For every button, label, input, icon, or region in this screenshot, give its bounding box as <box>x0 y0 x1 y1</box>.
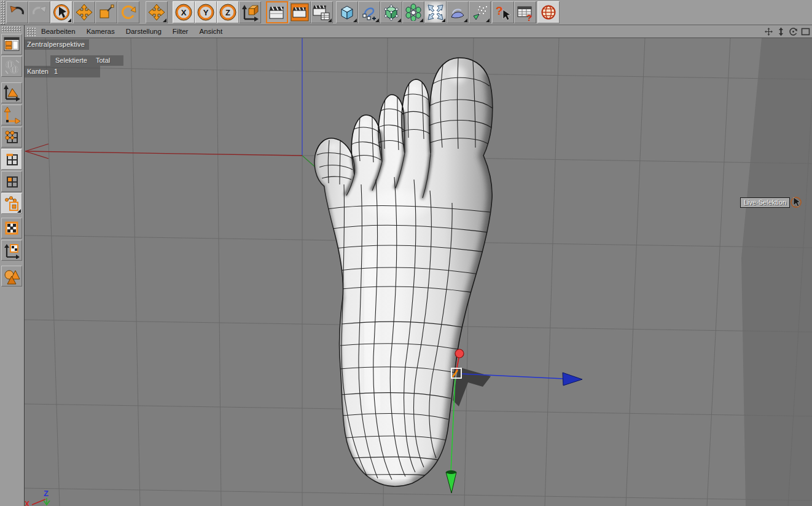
lock-x-button[interactable]: X <box>173 1 195 23</box>
toolbar-drag-handle[interactable] <box>0 0 6 25</box>
flyout-corner <box>328 18 332 22</box>
axis-hud-x-label: X <box>25 500 29 506</box>
y-axis-icon: Y <box>197 3 215 22</box>
flyout-corner <box>163 18 166 22</box>
viewport-menubar: Bearbeiten Kameras Darstellung Filter An… <box>25 25 812 38</box>
edge-mode-icon <box>3 151 20 168</box>
polygon-mode-button[interactable] <box>1 171 22 192</box>
mode-sidebar <box>0 25 25 506</box>
add-environment-button[interactable] <box>447 1 469 23</box>
undo-button[interactable] <box>6 1 28 23</box>
svg-text:?: ? <box>526 12 532 22</box>
menu-darstellung[interactable]: Darstellung <box>126 28 162 35</box>
selection-info-header-selektierte: Selektierte <box>55 57 87 64</box>
live-selection-button[interactable] <box>50 1 72 23</box>
viewport-pan-icon[interactable] <box>764 27 773 36</box>
svg-text:?: ? <box>496 4 503 17</box>
tooltip-label: Live-Selektion <box>740 197 790 208</box>
add-deformer-button[interactable] <box>424 1 447 23</box>
flyout-corner <box>486 18 490 22</box>
texture-mode-button[interactable] <box>1 218 22 239</box>
selection-info-row-value: 1 <box>54 68 58 75</box>
viewport-rotate-icon[interactable] <box>789 27 798 36</box>
undo-icon <box>9 4 26 21</box>
point-mode-button[interactable] <box>1 127 22 148</box>
move-tool-button[interactable] <box>73 1 95 23</box>
redo-icon <box>31 4 48 21</box>
svg-text:Z: Z <box>225 8 230 17</box>
render-settings-button[interactable] <box>311 1 333 23</box>
viewport-zoom-icon[interactable] <box>776 27 786 36</box>
globe-icon <box>539 3 558 22</box>
flyout-corner <box>68 18 71 22</box>
add-generator-button[interactable] <box>380 1 402 23</box>
menu-kameras[interactable]: Kameras <box>87 28 115 35</box>
menu-filter[interactable]: Filter <box>173 28 189 35</box>
edge-mode-button[interactable] <box>1 149 22 170</box>
selection-info-row: Kanten 1 <box>25 66 100 77</box>
render-view-button[interactable] <box>266 1 288 23</box>
flyout-corner <box>375 18 379 22</box>
3d-scene: Z X <box>25 38 812 506</box>
coordinate-system-button[interactable] <box>239 1 261 23</box>
add-modeling-object-button[interactable] <box>402 1 424 23</box>
active-tool-button[interactable] <box>146 1 168 23</box>
object-axis-mode-button[interactable] <box>1 105 22 125</box>
help-cursor-icon: ? <box>494 3 512 22</box>
rotate-tool-button[interactable] <box>117 1 139 23</box>
perspective-viewport[interactable]: Z X Zentralperspektive SelektierteTotal … <box>25 38 812 506</box>
add-spline-button[interactable] <box>358 1 380 23</box>
help-button[interactable]: ? <box>492 1 514 23</box>
selection-info-row-label: Kanten <box>27 68 54 75</box>
scale-icon <box>98 4 115 21</box>
help-browser-button[interactable]: ? <box>514 1 536 23</box>
model-mode-icon <box>3 84 20 101</box>
lock-y-button[interactable]: Y <box>195 1 217 23</box>
add-primitive-button[interactable] <box>336 1 358 23</box>
z-axis-icon: Z <box>219 3 237 22</box>
selection-filter-button[interactable] <box>1 193 22 214</box>
help-table-icon: ? <box>516 3 534 22</box>
flyout-corner <box>397 18 401 22</box>
move-icon <box>76 4 93 21</box>
axis-hud-z-label: Z <box>44 489 49 498</box>
tool-tooltip: Live-Selektion <box>740 196 802 209</box>
lock-z-button[interactable]: Z <box>217 1 239 23</box>
texture-axis-mode-button[interactable] <box>1 240 22 261</box>
viewport-menu-handle[interactable] <box>26 27 36 36</box>
world-globe-icon <box>3 58 20 75</box>
selection-info-overlay: SelektierteTotal Kanten 1 <box>25 55 123 77</box>
object-axis-icon <box>3 106 20 124</box>
menu-bearbeiten[interactable]: Bearbeiten <box>41 28 76 35</box>
main-toolbar: X Y Z <box>0 0 812 25</box>
render-view-icon <box>268 4 286 21</box>
live-selection-cursor-icon <box>789 196 802 209</box>
flyout-corner <box>353 18 357 22</box>
point-mode-icon <box>3 128 20 146</box>
flyout-corner <box>17 209 21 213</box>
render-picture-viewer-icon <box>291 3 309 22</box>
x-axis-icon: X <box>174 3 193 22</box>
render-picture-viewer-button[interactable] <box>289 1 311 23</box>
gizmo-y-cone-cap <box>446 470 456 474</box>
layout-manager-button[interactable] <box>1 34 22 55</box>
rotate-icon <box>120 4 137 21</box>
make-editable-button[interactable] <box>1 266 22 287</box>
flyout-corner <box>420 18 423 22</box>
menu-ansicht[interactable]: Ansicht <box>199 28 222 35</box>
model-mode-button[interactable] <box>1 82 22 103</box>
svg-text:Y: Y <box>203 8 209 17</box>
coordinate-cube-icon <box>241 3 259 22</box>
web-button[interactable] <box>537 1 560 23</box>
polygon-mode-icon <box>3 173 20 190</box>
viewport-title[interactable]: Zentralperspektive <box>25 39 89 50</box>
sidebar-drag-handle[interactable] <box>1 26 21 32</box>
viewport-maximize-icon[interactable] <box>801 27 810 36</box>
world-coordinates-button <box>1 56 22 77</box>
redo-button <box>28 1 50 23</box>
scale-tool-button[interactable] <box>95 1 117 23</box>
gizmo-x-handle[interactable] <box>455 349 464 358</box>
svg-text:X: X <box>181 8 187 17</box>
texture-axis-icon <box>3 242 20 259</box>
add-particles-button[interactable] <box>469 1 491 23</box>
